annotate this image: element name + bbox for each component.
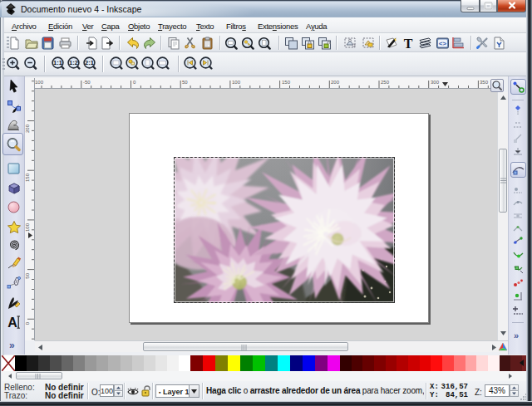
svg-text:0: 0 (25, 321, 30, 325)
svg-text:<>: <> (439, 40, 447, 47)
svg-text:250: 250 (381, 80, 390, 85)
svg-text:50: 50 (25, 272, 30, 278)
svg-text:A: A (7, 316, 17, 330)
svg-text:300: 300 (431, 80, 440, 85)
svg-text:200: 200 (331, 80, 340, 85)
svg-text:350: 350 (480, 80, 489, 85)
svg-text:0: 0 (133, 80, 136, 85)
svg-text:150: 150 (25, 173, 30, 182)
svg-text:200: 200 (25, 124, 30, 133)
svg-text:-50: -50 (83, 80, 91, 85)
svg-text:150: 150 (282, 80, 291, 85)
svg-text:50: 50 (182, 80, 188, 85)
svg-text:-100: -100 (35, 80, 44, 85)
svg-text:100: 100 (232, 80, 241, 85)
svg-text:T: T (404, 37, 413, 50)
svg-text:100: 100 (25, 223, 30, 232)
